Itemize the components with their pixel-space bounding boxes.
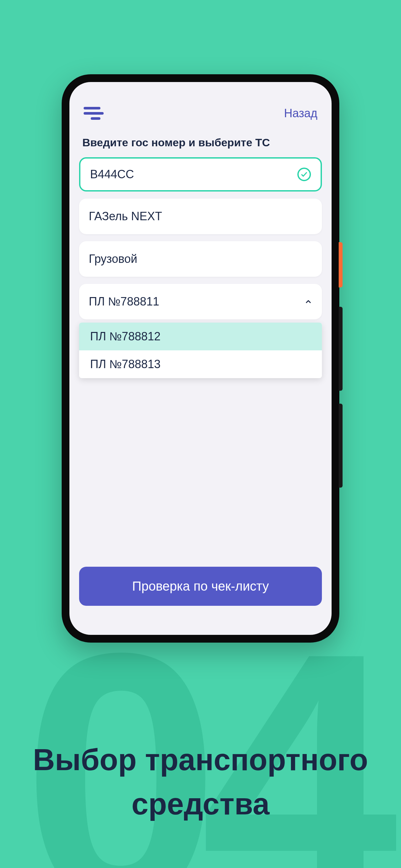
phone-button-volume-down (339, 404, 343, 488)
check-circle-icon (297, 167, 311, 181)
submit-button[interactable]: Проверка по чек-листу (79, 567, 322, 606)
form-title: Введите гос номер и выберите ТС (82, 136, 319, 149)
content-area: Введите гос номер и выберите ТС В444СС Г… (69, 130, 332, 635)
vehicle-model-field[interactable]: ГАЗель NEXT (79, 198, 322, 234)
app-header: Назад (69, 82, 332, 130)
promo-title: Выбор транспортного средства (0, 738, 401, 826)
vehicle-type-field[interactable]: Грузовой (79, 241, 322, 277)
back-button[interactable]: Назад (284, 106, 317, 120)
waybill-dropdown[interactable]: ПЛ №788811 (79, 284, 322, 319)
waybill-dropdown-menu: ПЛ №788812 ПЛ №788813 (79, 322, 322, 378)
phone-frame: Назад Введите гос номер и выберите ТС В4… (62, 74, 339, 643)
waybill-option[interactable]: ПЛ №788812 (79, 322, 322, 350)
chevron-up-icon (305, 298, 312, 306)
app-screen: Назад Введите гос номер и выберите ТС В4… (69, 82, 332, 635)
plate-input[interactable]: В444СС (79, 157, 322, 191)
plate-input-value: В444СС (90, 167, 134, 181)
waybill-option[interactable]: ПЛ №788813 (79, 350, 322, 378)
phone-button-volume-up (339, 307, 343, 391)
phone-button-power (339, 242, 343, 287)
vehicle-type-value: Грузовой (89, 252, 137, 266)
waybill-selected-value: ПЛ №788811 (89, 295, 159, 308)
vehicle-model-value: ГАЗель NEXT (89, 210, 162, 223)
menu-icon[interactable] (84, 107, 104, 120)
